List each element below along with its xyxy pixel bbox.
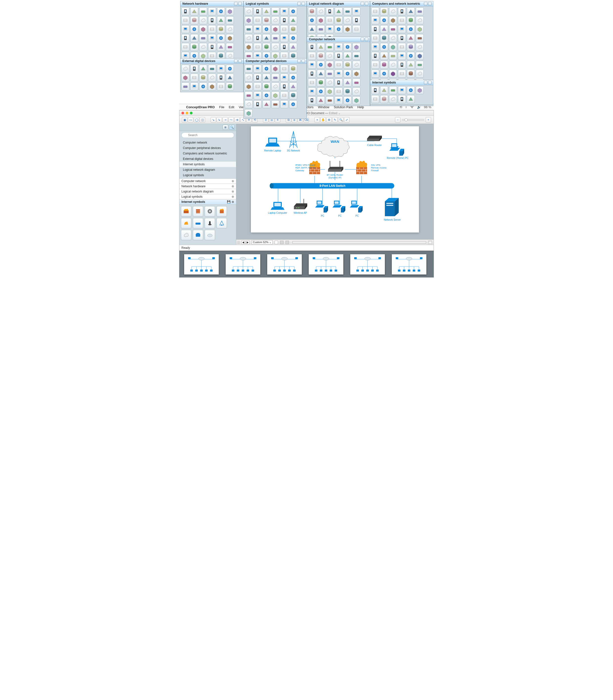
shape-cell[interactable] — [289, 65, 297, 72]
shape-cell[interactable] — [407, 70, 415, 78]
shape-cell[interactable] — [326, 96, 334, 104]
shape-cell[interactable] — [326, 8, 334, 15]
shape-cell[interactable] — [280, 8, 288, 15]
shape-cell[interactable] — [181, 65, 189, 72]
shape-cell[interactable] — [407, 43, 415, 51]
fullscreen-button[interactable]: ⛶ — [428, 241, 432, 244]
category-item[interactable]: Internet symbols — [180, 162, 236, 167]
shape-cell[interactable] — [208, 8, 216, 15]
shape-cell[interactable] — [407, 8, 415, 15]
shape-cell[interactable] — [371, 16, 379, 24]
shape-cell[interactable] — [308, 70, 316, 78]
shape-cell[interactable] — [352, 70, 361, 78]
shape-cell[interactable] — [253, 74, 261, 81]
shape-cell[interactable] — [253, 34, 261, 42]
shape-cell[interactable] — [326, 52, 334, 60]
sidebar-tab-list[interactable]: ≣ — [223, 125, 228, 130]
shape-cell[interactable] — [389, 52, 397, 60]
shape-cell[interactable] — [389, 25, 397, 33]
shape-cell[interactable] — [199, 82, 207, 90]
shape-cell[interactable] — [245, 25, 252, 33]
close-icon[interactable] — [302, 59, 305, 63]
shape-cell[interactable] — [380, 86, 388, 94]
shape-cell[interactable] — [226, 65, 234, 72]
shape-cell[interactable] — [343, 79, 352, 87]
shape-cell[interactable] — [280, 100, 288, 108]
shape-cell[interactable] — [199, 43, 207, 51]
shape-cell[interactable] — [181, 74, 189, 81]
shape-cell[interactable] — [335, 88, 342, 95]
open-stencil-row[interactable]: Network hardware ⊗ — [180, 184, 236, 189]
shape-cell[interactable] — [416, 70, 424, 78]
palette-header[interactable]: Internet symbols — [370, 80, 433, 85]
close-window-button[interactable] — [181, 112, 184, 115]
shape-cell[interactable] — [389, 86, 397, 94]
shape-cell[interactable] — [271, 74, 279, 81]
shape-cell[interactable] — [352, 61, 361, 69]
shape-cell[interactable] — [335, 16, 342, 24]
shape-cell[interactable] — [217, 16, 225, 24]
open-stencil-row[interactable]: Logical network diagram ⊗ — [180, 189, 236, 194]
shape-cell[interactable] — [208, 82, 216, 90]
shape-cell[interactable] — [398, 61, 406, 69]
collapse-icon[interactable] — [234, 2, 237, 5]
shape-cell[interactable] — [280, 34, 288, 42]
collapse-icon[interactable] — [361, 2, 364, 5]
shape-cell[interactable] — [226, 8, 234, 15]
shape-cell[interactable] — [317, 43, 325, 51]
shape-cell[interactable] — [245, 109, 252, 117]
zoom-in-button[interactable]: ＋ — [426, 117, 431, 122]
shape-cell[interactable] — [398, 25, 406, 33]
shape-cell[interactable] — [271, 91, 279, 99]
toolbar-button[interactable]: ⇉ — [234, 117, 240, 122]
shape-cell[interactable] — [380, 8, 388, 15]
shape-cell[interactable] — [343, 8, 352, 15]
palette-header[interactable]: Computers and network isometric — [370, 1, 433, 6]
internet-symbol-cell[interactable] — [181, 206, 191, 216]
shape-cell[interactable] — [308, 43, 316, 51]
shape-cell[interactable] — [335, 79, 342, 87]
close-icon[interactable] — [365, 38, 368, 41]
shape-cell[interactable] — [262, 16, 271, 24]
shape-cell[interactable] — [317, 96, 325, 104]
shape-cell[interactable] — [352, 25, 361, 33]
shape-cell[interactable] — [416, 16, 424, 24]
shape-cell[interactable] — [407, 16, 415, 24]
shape-cell[interactable] — [271, 65, 279, 72]
shape-cell[interactable] — [245, 100, 252, 108]
shape-cell[interactable] — [398, 52, 406, 60]
shape-cell[interactable] — [335, 8, 342, 15]
close-icon[interactable]: ⊗ — [232, 180, 234, 183]
shape-cell[interactable] — [343, 16, 352, 24]
shape-cell[interactable] — [181, 82, 189, 90]
palette-header[interactable]: Computer peripheral devices — [244, 58, 306, 64]
close-icon[interactable]: ⊗ — [232, 190, 234, 193]
shape-cell[interactable] — [271, 34, 279, 42]
shape-cell[interactable] — [226, 82, 234, 90]
zoom-window-button[interactable] — [190, 112, 193, 115]
close-icon[interactable]: ⊗ — [232, 185, 234, 188]
menu-file[interactable]: File — [219, 105, 224, 109]
category-item[interactable]: Logical network diagram — [180, 167, 236, 172]
shape-cell[interactable] — [289, 82, 297, 90]
toolbar-button[interactable]: ✎ — [332, 117, 338, 122]
open-stencil-row[interactable]: Logical symbols ⊗ — [180, 194, 236, 199]
shape-cell[interactable] — [352, 52, 361, 60]
shape-cell[interactable] — [398, 86, 406, 94]
shape-cell[interactable] — [371, 25, 379, 33]
shape-cell[interactable] — [245, 43, 252, 51]
shape-cell[interactable] — [308, 8, 316, 15]
shape-cell[interactable] — [389, 95, 397, 103]
shape-cell[interactable] — [371, 34, 379, 42]
shape-cell[interactable] — [335, 96, 342, 104]
shape-cell[interactable] — [380, 25, 388, 33]
shape-cell[interactable] — [407, 61, 415, 69]
shape-cell[interactable] — [226, 74, 234, 81]
category-item[interactable]: Computer peripheral devices — [180, 145, 236, 151]
internet-symbol-cell[interactable] — [217, 206, 227, 216]
shape-cell[interactable] — [190, 8, 198, 15]
shape-cell[interactable] — [416, 8, 424, 15]
shape-cell[interactable] — [343, 96, 352, 104]
toolbar-button[interactable]: ◯ — [194, 117, 199, 122]
shape-cell[interactable] — [181, 43, 189, 51]
